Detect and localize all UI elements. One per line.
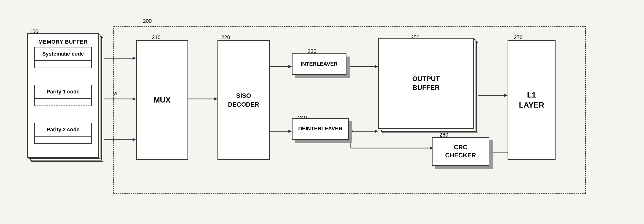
- label-270: 270: [514, 34, 523, 40]
- mux-block: MUX: [136, 40, 188, 160]
- output-buffer-block: OUTPUT BUFFER: [378, 38, 474, 129]
- siso-decoder-block: SISO DECODER: [218, 40, 270, 160]
- interleaver-block: INTERLEAVER: [292, 53, 346, 75]
- label-200: 200: [143, 18, 152, 24]
- label-220: 220: [221, 34, 230, 40]
- label-210: 210: [152, 34, 161, 40]
- deinterleaver-block: DEINTERLEAVER: [292, 118, 349, 140]
- l1-layer-block: L1 LAYER: [508, 40, 556, 160]
- crc-checker-block: CRC CHECKER: [432, 137, 489, 166]
- block-diagram: 100 Systematic code Parity 1 code: [22, 14, 622, 210]
